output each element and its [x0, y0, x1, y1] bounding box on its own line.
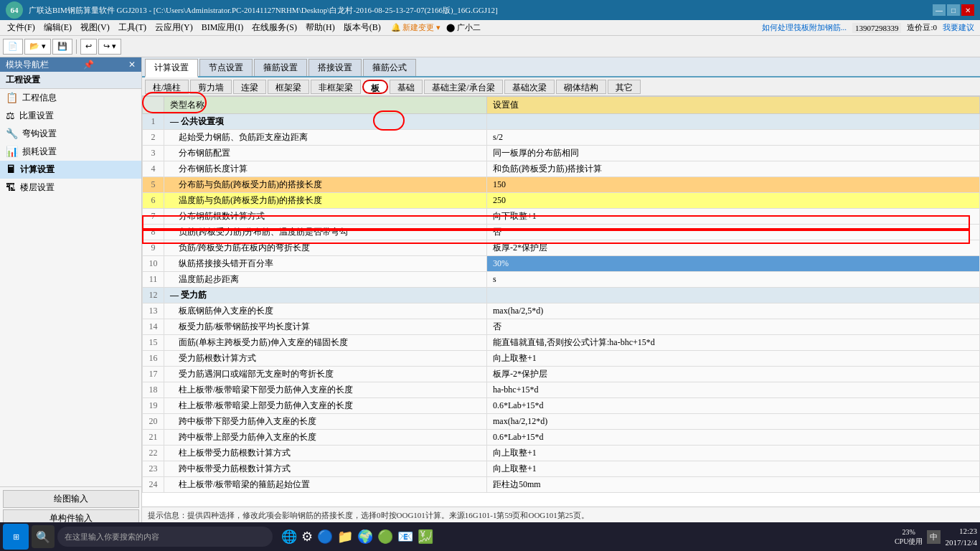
- undo-btn[interactable]: ↩: [80, 39, 97, 55]
- table-row[interactable]: 22柱上板带受力筋根数计算方式向上取整+1: [143, 446, 980, 461]
- subtab-coupling-beam[interactable]: 连梁: [233, 80, 266, 94]
- subtab-nonframe-beam[interactable]: 非框架梁: [311, 80, 361, 94]
- subtab-frame-beam[interactable]: 框架梁: [268, 80, 309, 94]
- maximize-button[interactable]: □: [947, 4, 960, 16]
- subtab-shearwall[interactable]: 剪力墙: [190, 80, 232, 94]
- menu-file[interactable]: 文件(F): [3, 20, 39, 35]
- row-value[interactable]: s/2: [487, 130, 980, 146]
- redo-btn[interactable]: ↪ ▾: [98, 39, 121, 55]
- nav-project-info[interactable]: 📋 工程信息: [0, 89, 141, 107]
- subtab-slab[interactable]: 板: [362, 80, 388, 94]
- subtab-masonry[interactable]: 砌体结构: [556, 80, 606, 94]
- start-btn[interactable]: ⊞: [3, 524, 29, 550]
- table-row[interactable]: 2起始受力钢筋、负筋距支座边距离s/2: [143, 130, 980, 146]
- row-value[interactable]: max(ha/2,5*d): [487, 303, 980, 319]
- table-row[interactable]: 5分布筋与负筋(跨板受力筋)的搭接长度150: [143, 177, 980, 193]
- menu-cloud[interactable]: 云应用(Y): [151, 20, 197, 35]
- row-value[interactable]: 板厚-2*保护层: [487, 240, 980, 256]
- tab-lap-settings[interactable]: 搭接设置: [308, 59, 362, 76]
- subtab-column[interactable]: 柱/墙柱: [145, 80, 189, 94]
- nav-close-btn[interactable]: ✕: [128, 60, 136, 70]
- row-value[interactable]: 板厚-2*保护层: [487, 367, 980, 382]
- table-row[interactable]: 21跨中板带上部受力筋伸入支座的长度0.6*Lab+15*d: [143, 430, 980, 446]
- row-value[interactable]: 0.6*Lab+15*d: [487, 398, 980, 414]
- taskbar-google-icon[interactable]: 🟢: [377, 529, 393, 545]
- nav-hook[interactable]: 🔧 弯钩设置: [0, 125, 141, 143]
- row-value[interactable]: 和负筋(跨板受力筋)搭接计算: [487, 161, 980, 177]
- row-value[interactable]: 150: [487, 177, 980, 193]
- table-row[interactable]: 15面筋(单标主跨板受力筋)伸入支座的锚固长度能直锚就直锚,否则按公式计算:ha…: [143, 335, 980, 351]
- table-row[interactable]: 17受力筋遇洞口或端部无支座时的弯折长度板厚-2*保护层: [143, 367, 980, 382]
- row-value[interactable]: 向下取整+1: [487, 209, 980, 225]
- tab-calc-settings[interactable]: 计算设置: [145, 59, 198, 77]
- tab-node-settings[interactable]: 节点设置: [199, 59, 253, 76]
- taskbar-folder-icon[interactable]: 📁: [337, 529, 353, 545]
- menu-tools[interactable]: 工具(T): [114, 20, 151, 35]
- table-row[interactable]: 6温度筋与负筋(跨板受力筋)的搭接长度250: [143, 193, 980, 209]
- taskbar-settings-icon[interactable]: ⚙: [301, 529, 313, 545]
- table-row[interactable]: 23跨中板带受力筋根数计算方式向上取整+1: [143, 461, 980, 477]
- taskbar-app2-icon[interactable]: 💹: [418, 529, 433, 545]
- row-value[interactable]: ha-bhc+15*d: [487, 382, 980, 398]
- minimize-button[interactable]: —: [933, 4, 946, 16]
- table-row[interactable]: 8负筋(跨板受力筋)分布筋、温度筋是否带弯勾否: [143, 225, 980, 240]
- tab-stirrup-settings[interactable]: 箍筋设置: [254, 59, 307, 76]
- taskview-btn[interactable]: 🔍: [32, 525, 55, 548]
- row-value[interactable]: 向上取整+1: [487, 351, 980, 367]
- menu-view[interactable]: 视图(V): [76, 20, 114, 35]
- table-row[interactable]: 4分布钢筋长度计算和负筋(跨板受力筋)搭接计算: [143, 161, 980, 177]
- tab-stirrup-formula[interactable]: 箍筋公式: [363, 59, 416, 76]
- open-btn[interactable]: 📂 ▾: [24, 39, 51, 55]
- table-row[interactable]: 9负筋/跨板受力筋在板内的弯折长度板厚-2*保护层: [143, 240, 980, 256]
- nav-loss[interactable]: 📊 损耗设置: [0, 143, 141, 161]
- build-link[interactable]: 我要建议: [943, 22, 974, 33]
- menu-edit[interactable]: 编辑(E): [39, 20, 76, 35]
- lang-icon[interactable]: 中: [927, 530, 941, 544]
- table-row[interactable]: 7分布钢筋根数计算方式向下取整+1: [143, 209, 980, 225]
- row-value[interactable]: 距柱边50mm: [487, 477, 980, 493]
- row-value[interactable]: 250: [487, 193, 980, 209]
- taskbar-search[interactable]: 在这里输入你要搜索的内容: [57, 527, 273, 547]
- new-btn[interactable]: 📄: [3, 39, 23, 55]
- menu-online[interactable]: 在线服务(S): [248, 20, 301, 35]
- table-row[interactable]: 16受力筋根数计算方式向上取整+1: [143, 351, 980, 367]
- taskbar-ie2-icon[interactable]: 🌍: [357, 529, 373, 545]
- row-value[interactable]: s: [487, 272, 980, 288]
- taskbar-edge-icon[interactable]: 🔵: [317, 529, 333, 545]
- menu-help[interactable]: 帮助(H): [301, 20, 339, 35]
- subtab-other[interactable]: 其它: [608, 80, 641, 94]
- table-row[interactable]: 19柱上板带/板带暗梁上部受力筋伸入支座的长度0.6*Lab+15*d: [143, 398, 980, 414]
- menu-version[interactable]: 版本号(B): [339, 20, 385, 35]
- new-change-btn[interactable]: 🔔 新建变更 ▾: [391, 22, 441, 33]
- subtab-found-main-beam[interactable]: 基础主梁/承台梁: [424, 80, 502, 94]
- table-row[interactable]: 11温度筋起步距离s: [143, 272, 980, 288]
- table-wrapper[interactable]: 类型名称 设置值 1— 公共设置项2起始受力钢筋、负筋距支座边距离s/23分布钢…: [142, 96, 980, 507]
- taskbar-app1-icon[interactable]: 📧: [397, 529, 413, 545]
- close-button[interactable]: ✕: [961, 4, 974, 16]
- taskbar-ie-icon[interactable]: 🌐: [281, 529, 297, 545]
- nav-pin-btn[interactable]: 📌: [83, 60, 94, 70]
- row-value[interactable]: 向上取整+1: [487, 461, 980, 477]
- table-row[interactable]: 14板受力筋/板带钢筋按平均长度计算否: [143, 319, 980, 335]
- table-row[interactable]: 18柱上板带/板带暗梁下部受力筋伸入支座的长度ha-bhc+15*d: [143, 382, 980, 398]
- table-row[interactable]: 3分布钢筋配置同一板厚的分布筋相同: [143, 146, 980, 161]
- table-row[interactable]: 13板底钢筋伸入支座的长度max(ha/2,5*d): [143, 303, 980, 319]
- row-value[interactable]: 30%: [487, 256, 980, 272]
- table-row[interactable]: 10纵筋搭接接头错开百分率30%: [143, 256, 980, 272]
- save-btn[interactable]: 💾: [52, 39, 72, 55]
- subtab-foundation[interactable]: 基础: [390, 80, 423, 94]
- row-value[interactable]: 否: [487, 319, 980, 335]
- row-value[interactable]: 能直锚就直锚,否则按公式计算:ha-bhc+15*d: [487, 335, 980, 351]
- draw-input-btn[interactable]: 绘图输入: [3, 490, 139, 508]
- table-row[interactable]: 24柱上板带/板带暗梁的箍筋起始位置距柱边50mm: [143, 477, 980, 493]
- table-row[interactable]: 20跨中板带下部受力筋伸入支座的长度max(ha/2,12*d): [143, 414, 980, 430]
- row-value[interactable]: 向上取整+1: [487, 446, 980, 461]
- nav-specific-gravity[interactable]: ⚖ 比重设置: [0, 107, 141, 125]
- row-value[interactable]: 同一板厚的分布筋相同: [487, 146, 980, 161]
- menu-bim[interactable]: BIM应用(I): [197, 20, 248, 35]
- nav-floor[interactable]: 🏗 楼层设置: [0, 179, 141, 197]
- nav-calc-settings[interactable]: 🖩 计算设置: [0, 161, 141, 179]
- help-link[interactable]: 如何处理筏板附加钢筋...: [762, 22, 847, 33]
- subtab-found-sec-beam[interactable]: 基础次梁: [504, 80, 555, 94]
- row-value[interactable]: 0.6*Lab+15*d: [487, 430, 980, 446]
